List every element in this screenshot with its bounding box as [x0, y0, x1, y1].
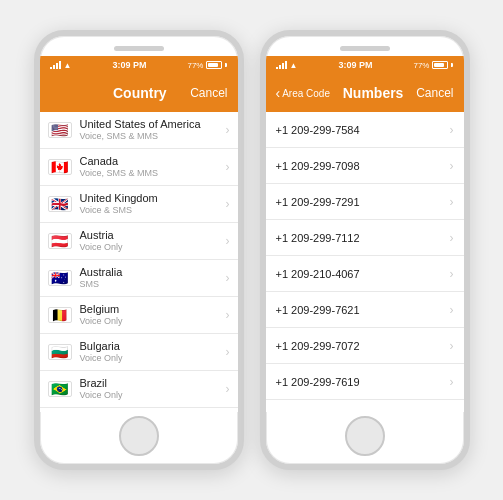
chevron-icon: › — [226, 308, 230, 322]
country-text-be: Belgium Voice Only — [80, 303, 222, 327]
status-right-1: 77% — [187, 61, 227, 70]
chevron-icon: › — [450, 195, 454, 209]
chevron-icon: › — [226, 197, 230, 211]
number-item[interactable]: +1 209-299-7098 › — [266, 148, 464, 184]
country-text-gb: United Kingdom Voice & SMS — [80, 192, 222, 216]
signal-icon-1 — [50, 61, 61, 69]
number-item[interactable]: +1 209-299-7402 › — [266, 400, 464, 412]
numbers-list: +1 209-299-7584 › +1 209-299-7098 › +1 2… — [266, 112, 464, 412]
wifi-icon-2: ▲ — [290, 61, 298, 70]
navbar-2: ‹ Area Code Numbers Cancel — [266, 74, 464, 112]
navbar-1: Country Cancel — [40, 74, 238, 112]
country-text-bg: Bulgaria Voice Only — [80, 340, 222, 364]
time-1: 3:09 PM — [112, 60, 146, 70]
chevron-icon: › — [226, 345, 230, 359]
number-item[interactable]: +1 209-299-7584 › — [266, 112, 464, 148]
navbar-title-2: Numbers — [343, 85, 404, 101]
phones-container: ▲ 3:09 PM 77% Country Cancel — [24, 20, 480, 480]
navbar-title-1: Country — [113, 85, 167, 101]
list-item[interactable]: 🇨🇦 Canada Voice, SMS & MMS › — [40, 149, 238, 186]
signal-icon-2 — [276, 61, 287, 69]
flag-at: 🇦🇹 — [48, 233, 72, 249]
flag-gb: 🇬🇧 — [48, 196, 72, 212]
chevron-icon: › — [450, 411, 454, 413]
list-item[interactable]: 🇬🇧 United Kingdom Voice & SMS › — [40, 186, 238, 223]
chevron-icon: › — [450, 267, 454, 281]
list-item[interactable]: 🇦🇺 Australia SMS › — [40, 260, 238, 297]
chevron-icon: › — [226, 234, 230, 248]
flag-be: 🇧🇪 — [48, 307, 72, 323]
country-list: 🇺🇸 United States of America Voice, SMS &… — [40, 112, 238, 412]
status-right-2: 77% — [413, 61, 453, 70]
time-2: 3:09 PM — [338, 60, 372, 70]
chevron-icon: › — [450, 159, 454, 173]
back-chevron-icon: ‹ — [276, 85, 281, 101]
flag-us: 🇺🇸 — [48, 122, 72, 138]
flag-bg: 🇧🇬 — [48, 344, 72, 360]
country-text-ca: Canada Voice, SMS & MMS — [80, 155, 222, 179]
phone-numbers: ▲ 3:09 PM 77% ‹ Area Code Numbers — [260, 30, 470, 470]
phone2-inner: ▲ 3:09 PM 77% ‹ Area Code Numbers — [266, 56, 464, 412]
battery-tip-2 — [451, 63, 453, 67]
flag-br: 🇧🇷 — [48, 381, 72, 397]
chevron-icon: › — [226, 160, 230, 174]
back-label: Area Code — [282, 88, 330, 99]
back-button[interactable]: ‹ Area Code — [276, 85, 330, 101]
wifi-icon-1: ▲ — [64, 61, 72, 70]
chevron-icon: › — [450, 303, 454, 317]
list-item[interactable]: 🇧🇷 Brazil Voice Only › — [40, 371, 238, 408]
phone1-inner: ▲ 3:09 PM 77% Country Cancel — [40, 56, 238, 412]
list-item[interactable]: 🇨🇭 Switzerland Voice Only › — [40, 408, 238, 412]
list-item[interactable]: 🇦🇹 Austria Voice Only › — [40, 223, 238, 260]
chevron-icon: › — [226, 271, 230, 285]
number-item[interactable]: +1 209-299-7291 › — [266, 184, 464, 220]
country-text-at: Austria Voice Only — [80, 229, 222, 253]
battery-icon-1 — [206, 61, 222, 69]
number-item[interactable]: +1 209-210-4067 › — [266, 256, 464, 292]
number-item[interactable]: +1 209-299-7112 › — [266, 220, 464, 256]
cancel-button-2[interactable]: Cancel — [416, 86, 453, 100]
battery-icon-2 — [432, 61, 448, 69]
country-text-au: Australia SMS — [80, 266, 222, 290]
country-text-us: United States of America Voice, SMS & MM… — [80, 118, 222, 142]
number-item[interactable]: +1 209-299-7072 › — [266, 328, 464, 364]
chevron-icon: › — [226, 123, 230, 137]
battery-pct-1: 77% — [187, 61, 203, 70]
list-item[interactable]: 🇧🇬 Bulgaria Voice Only › — [40, 334, 238, 371]
flag-ca: 🇨🇦 — [48, 159, 72, 175]
chevron-icon: › — [450, 375, 454, 389]
number-item[interactable]: +1 209-299-7621 › — [266, 292, 464, 328]
cancel-button-1[interactable]: Cancel — [190, 86, 227, 100]
battery-tip-1 — [225, 63, 227, 67]
chevron-icon: › — [450, 339, 454, 353]
battery-pct-2: 77% — [413, 61, 429, 70]
status-left-2: ▲ — [276, 61, 298, 70]
phone-country: ▲ 3:09 PM 77% Country Cancel — [34, 30, 244, 470]
status-bar-1: ▲ 3:09 PM 77% — [40, 56, 238, 74]
chevron-icon: › — [450, 123, 454, 137]
list-item[interactable]: 🇧🇪 Belgium Voice Only › — [40, 297, 238, 334]
country-text-br: Brazil Voice Only — [80, 377, 222, 401]
status-left-1: ▲ — [50, 61, 72, 70]
flag-au: 🇦🇺 — [48, 270, 72, 286]
chevron-icon: › — [450, 231, 454, 245]
number-item[interactable]: +1 209-299-7619 › — [266, 364, 464, 400]
chevron-icon: › — [226, 382, 230, 396]
status-bar-2: ▲ 3:09 PM 77% — [266, 56, 464, 74]
list-item[interactable]: 🇺🇸 United States of America Voice, SMS &… — [40, 112, 238, 149]
